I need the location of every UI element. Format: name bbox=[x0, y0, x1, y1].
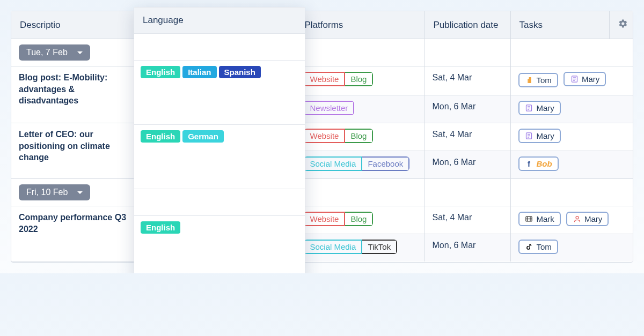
language-cell-empty bbox=[134, 189, 305, 216]
table-row[interactable]: Letter of CEO: our positioning on climat… bbox=[11, 123, 633, 151]
gear-icon bbox=[618, 19, 628, 28]
col-header-publication-date[interactable]: Publication date bbox=[425, 11, 510, 39]
language-tag-italian[interactable]: Italian bbox=[182, 66, 216, 78]
chevron-down-icon bbox=[77, 51, 83, 54]
platform-website: Website bbox=[304, 129, 346, 143]
list-icon bbox=[525, 104, 533, 113]
language-cell[interactable]: English Italian Spanish bbox=[134, 61, 305, 125]
tiktok-icon bbox=[525, 243, 533, 251]
language-tag-spanish[interactable]: Spanish bbox=[219, 66, 261, 78]
chart-icon: ıll bbox=[525, 76, 533, 85]
person-icon bbox=[573, 215, 581, 223]
platform-social-media: Social Media bbox=[304, 156, 363, 171]
group-row: Fri, 10 Feb bbox=[11, 179, 633, 206]
platform-chip[interactable]: Website Blog bbox=[304, 72, 374, 86]
platform-blog: Blog bbox=[345, 72, 373, 86]
task-chip[interactable]: Mary bbox=[518, 129, 561, 143]
language-cell[interactable]: English German bbox=[134, 125, 305, 189]
group-date-pill[interactable]: Fri, 10 Feb bbox=[19, 184, 90, 200]
publication-date: Sat, 4 Mar bbox=[433, 72, 503, 83]
col-header-language-overlay[interactable]: Language bbox=[134, 8, 305, 34]
table-row[interactable]: Company performance Q3 2022 Website Blog… bbox=[11, 206, 633, 234]
language-tag-german[interactable]: German bbox=[182, 130, 224, 143]
group-date-pill[interactable]: Tue, 7 Feb bbox=[19, 44, 90, 61]
language-tag-english[interactable]: English bbox=[141, 66, 180, 78]
platform-chip[interactable]: Website Blog bbox=[304, 129, 374, 143]
list-icon bbox=[525, 132, 533, 140]
platform-chip[interactable]: Social Media TikTok bbox=[304, 240, 398, 254]
chevron-down-icon bbox=[77, 191, 83, 194]
task-chip[interactable]: Mary bbox=[518, 101, 561, 115]
language-tag-english[interactable]: English bbox=[141, 130, 180, 143]
task-chip[interactable]: ıllTom bbox=[518, 73, 558, 87]
publication-date: Sat, 4 Mar bbox=[433, 129, 503, 139]
group-date-label: Tue, 7 Feb bbox=[26, 48, 68, 57]
platform-chip[interactable]: Website Blog bbox=[304, 212, 374, 226]
platform-tiktok: TikTok bbox=[362, 240, 397, 254]
task-chip[interactable]: fBob bbox=[518, 156, 559, 171]
content-table: Descriptio Language Platforms Publicatio… bbox=[11, 11, 633, 263]
svg-point-16 bbox=[576, 216, 579, 219]
row-description: Blog post: E-Mobility: advantages & disa… bbox=[19, 72, 127, 107]
facebook-icon: f bbox=[525, 160, 533, 168]
platform-newsletter: Newsletter bbox=[304, 101, 355, 115]
platform-blog: Blog bbox=[345, 129, 373, 143]
task-chip[interactable]: Mary bbox=[564, 72, 606, 86]
platform-chip[interactable]: Social Media Facebook bbox=[304, 156, 410, 171]
settings-button[interactable] bbox=[609, 11, 633, 39]
task-chip[interactable]: Tom bbox=[518, 240, 558, 254]
table: Descriptio Language Platforms Publicatio… bbox=[11, 11, 633, 262]
publication-date: Sat, 4 Mar bbox=[433, 212, 503, 222]
language-column-overlay[interactable]: Language English Italian Spanish English… bbox=[134, 7, 305, 273]
group-row: Tue, 7 Feb bbox=[11, 39, 633, 66]
film-icon bbox=[525, 215, 533, 223]
col-header-platforms[interactable]: Platforms bbox=[296, 11, 425, 39]
language-cell-empty bbox=[134, 34, 305, 61]
language-cell[interactable]: English bbox=[134, 216, 305, 273]
publication-date: Mon, 6 Mar bbox=[433, 101, 503, 111]
group-date-label: Fri, 10 Feb bbox=[26, 188, 68, 197]
col-header-tasks[interactable]: Tasks bbox=[510, 11, 609, 39]
list-icon bbox=[570, 75, 579, 84]
platform-chip[interactable]: Newsletter bbox=[304, 101, 355, 115]
task-chip[interactable]: Mark bbox=[518, 212, 561, 226]
row-description: Letter of CEO: our positioning on climat… bbox=[19, 129, 127, 163]
publication-date: Mon, 6 Mar bbox=[433, 156, 503, 167]
platform-social-media: Social Media bbox=[304, 240, 363, 254]
platform-blog: Blog bbox=[345, 212, 373, 226]
platform-facebook: Facebook bbox=[362, 156, 409, 171]
publication-date: Mon, 6 Mar bbox=[433, 240, 503, 250]
platform-website: Website bbox=[304, 212, 346, 226]
row-description: Company performance Q3 2022 bbox=[19, 212, 127, 235]
table-row[interactable]: Blog post: E-Mobility: advantages & disa… bbox=[11, 66, 633, 95]
language-tag-english[interactable]: English bbox=[141, 221, 180, 234]
platform-website: Website bbox=[304, 72, 346, 86]
task-chip[interactable]: Mary bbox=[566, 212, 609, 226]
col-header-description[interactable]: Descriptio bbox=[11, 11, 135, 39]
